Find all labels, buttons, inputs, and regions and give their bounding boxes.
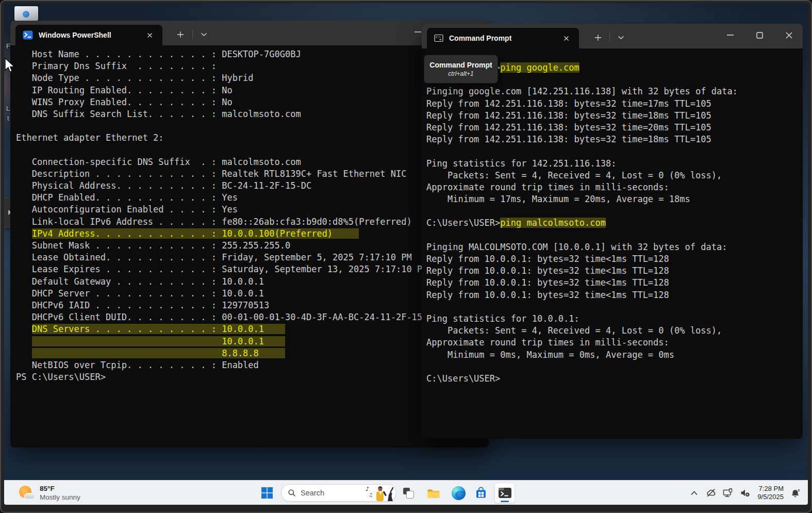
terminal-line: Link-local IPv6 Address . . . . . : fe80… (16, 216, 489, 228)
minimize-button[interactable] (716, 24, 744, 46)
folder-icon (427, 487, 440, 499)
maximize-icon (756, 32, 763, 39)
terminal-line: Subnet Mask . . . . . . . . . . . : 255.… (16, 240, 489, 252)
taskbar-clock[interactable]: 7:28 PM 9/5/2025 (755, 485, 786, 501)
file-explorer-button[interactable] (423, 483, 444, 503)
terminal-line: Reply from 142.251.116.138: bytes=32 tim… (426, 110, 803, 122)
desktop-icon-label-fragment: F (6, 42, 10, 50)
command-prompt-titlebar[interactable]: C:\ Command Prompt (422, 24, 803, 48)
terminal-line: Reply from 142.251.116.138: bytes=32 tim… (426, 98, 803, 110)
svg-text:z: z (798, 488, 800, 492)
tab-dropdown-button[interactable] (613, 30, 628, 45)
microsoft-store-button[interactable] (471, 483, 491, 503)
new-tab-button[interactable] (590, 30, 606, 45)
store-icon (474, 486, 488, 500)
tab-close-button[interactable] (559, 31, 573, 45)
terminal-line (426, 205, 803, 217)
terminal-line: Approximate round trip times in milli-se… (426, 181, 803, 193)
notification-bell-button[interactable]: z (789, 485, 803, 501)
taskbar: 85°F Mostly sunny Search ♪ ♫ (4, 480, 808, 505)
system-tray: 7:28 PM 9/5/2025 z (687, 481, 803, 505)
minimize-icon (415, 31, 421, 32)
cloud-icon (25, 493, 35, 499)
close-icon (147, 32, 153, 38)
start-button[interactable] (257, 483, 277, 503)
chevron-down-icon (201, 32, 207, 37)
weather-condition: Mostly sunny (40, 493, 80, 502)
terminal-line: Description . . . . . . . . . . . : Real… (16, 168, 489, 180)
svg-text:♪: ♪ (366, 486, 369, 492)
terminal-line: Reply from 10.0.0.1: bytes=32 time<1ms T… (426, 277, 803, 289)
terminal-line: Minimum = 0ms, Maximum = 0ms, Average = … (426, 349, 803, 361)
edge-browser-button[interactable] (448, 483, 469, 503)
desktop-icon-label-fragment: L (6, 105, 10, 112)
tray-chevron-up-button[interactable] (687, 485, 701, 501)
desktop-icon-logo (23, 11, 29, 18)
command-prompt-icon: C:\ (434, 34, 443, 42)
minimize-icon (727, 35, 734, 36)
terminal-line: Minimum = 17ms, Maximum = 20ms, Average … (426, 193, 803, 205)
terminal-line: Approximate round trip times in milli-se… (426, 337, 803, 349)
powershell-window: Windows PowerShell (10, 21, 489, 448)
terminal-line: Node Type . . . . . . . . . . . . : Hybr… (16, 72, 489, 84)
terminal-line: Ping statistics for 142.251.116.138: (426, 158, 803, 170)
terminal-line: Packets: Sent = 4, Received = 4, Lost = … (426, 325, 803, 337)
close-icon (786, 32, 792, 39)
close-icon (564, 36, 569, 41)
tab-command-prompt[interactable]: C:\ Command Prompt (427, 28, 579, 48)
terminal-line: Reply from 142.251.116.138: bytes=32 tim… (426, 122, 803, 134)
clock-time: 7:28 PM (757, 485, 784, 493)
terminal-line: C:\Users\USER> (426, 373, 803, 385)
terminal-line: IPv4 Address. . . . . . . . . . . : 10.0… (16, 228, 489, 240)
tray-volume-muted-button[interactable] (738, 485, 752, 501)
search-placeholder: Search (301, 489, 365, 497)
powershell-titlebar[interactable]: Windows PowerShell (10, 21, 489, 45)
terminal-line: Ethernet adapter Ethernet 2: (16, 132, 489, 144)
desktop: F L t Windows PowerShell (4, 3, 808, 505)
weather-widget[interactable]: 85°F Mostly sunny (15, 483, 84, 503)
terminal-line: Reply from 10.0.0.1: bytes=32 time<1ms T… (426, 253, 803, 265)
tab-dropdown-button[interactable] (196, 27, 211, 42)
terminal-line: DHCP Enabled. . . . . . . . . . . : Yes (16, 192, 489, 204)
terminal-line: Lease Expires . . . . . . . . . . : Satu… (16, 263, 489, 275)
new-tab-button[interactable] (173, 27, 188, 42)
mouse-cursor (4, 58, 15, 75)
task-view-icon (403, 487, 415, 499)
terminal-line: Physical Address. . . . . . . . . : BC-2… (16, 180, 489, 192)
tray-onedrive-paused[interactable] (704, 485, 718, 501)
plus-icon (177, 31, 184, 38)
terminal-line: Reply from 142.251.116.138: bytes=32 tim… (426, 134, 803, 145)
clock-date: 9/5/2025 (757, 493, 784, 501)
close-button[interactable] (774, 24, 803, 46)
maximize-button[interactable] (745, 24, 774, 46)
tab-close-button[interactable] (143, 28, 156, 42)
terminal-line: WINS Proxy Enabled. . . . . . . . : No (16, 96, 489, 108)
terminal-button-active[interactable] (494, 483, 515, 503)
tab-windows-powershell[interactable]: Windows PowerShell (15, 25, 162, 45)
search-input[interactable]: Search ♪ ♫ (281, 484, 396, 502)
svg-text:♫: ♫ (369, 492, 373, 498)
powershell-output[interactable]: Host Name . . . . . . . . . . . . : DESK… (10, 45, 489, 448)
desktop-icon-box[interactable] (14, 6, 38, 21)
tab-separator (192, 30, 193, 39)
command-prompt-window: C:\ Command Prompt (422, 24, 803, 439)
search-icon (288, 489, 296, 497)
terminal-line (16, 120, 489, 132)
terminal-line: Connection-specific DNS Suffix . : malco… (16, 156, 489, 168)
terminal-line: Ping statistics for 10.0.0.1: (426, 313, 803, 325)
desktop-icon-label-fragment: t (7, 114, 9, 122)
terminal-line: Pinging google.com [142.251.116.138] wit… (426, 86, 803, 97)
terminal-line: Reply from 10.0.0.1: bytes=32 time<1ms T… (426, 265, 803, 277)
terminal-line: DNS Servers . . . . . . . . . . . : 10.0… (16, 323, 489, 335)
chevron-up-icon (690, 490, 698, 495)
terminal-line: Autoconfiguration Enabled . . . . : Yes (16, 204, 489, 216)
taskbar-app-tooltip: Command Prompt ctrl+alt+1 (424, 55, 498, 84)
cloud-slash-icon (706, 489, 716, 497)
terminal-line: Reply from 10.0.0.1: bytes=32 time<1ms T… (426, 289, 803, 301)
tray-network-button[interactable] (721, 485, 735, 501)
terminal-line: Primary Dns Suffix . . . . . . . : (16, 60, 489, 72)
cursor-arrow-icon (4, 58, 15, 73)
task-view-button[interactable] (398, 483, 419, 503)
terminal-line: Default Gateway . . . . . . . . . : 10.0… (16, 276, 489, 288)
command-prompt-output[interactable]: C:\Users\USER>ping google.comPinging goo… (422, 48, 803, 439)
